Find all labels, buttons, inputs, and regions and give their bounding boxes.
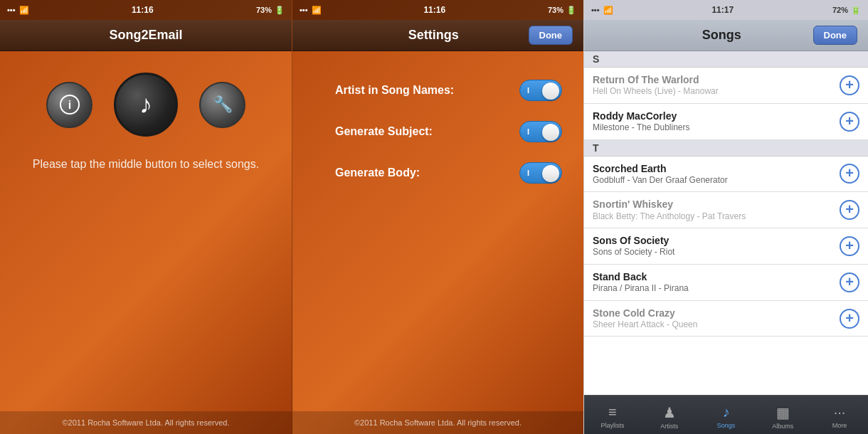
tab-more[interactable]: ··· More [811, 396, 868, 434]
right-wifi-icon: 📶 [603, 6, 613, 15]
left-nav-bar: Song2Email [0, 20, 292, 51]
right-time: 11:17 [711, 5, 734, 15]
tab-artists[interactable]: ♟ Artists [641, 396, 698, 434]
songs-icon: ♪ [722, 404, 729, 420]
song-info: Scorched Earth Godbluff - Van Der Graaf … [593, 162, 840, 186]
add-song-button[interactable] [840, 75, 859, 95]
tab-artists-label: Artists [660, 423, 678, 430]
tab-albums-label: Albums [772, 423, 793, 430]
song-title: Stone Cold Crazy [593, 307, 840, 319]
middle-nav-bar: Settings Done [292, 20, 583, 51]
tab-more-label: More [832, 422, 847, 429]
song-item-snortin-whiskey[interactable]: Snortin' Whiskey Black Betty: The Anthol… [584, 192, 868, 228]
music-button[interactable]: ♪ [114, 73, 178, 137]
song-sub: Sheer Heart Attack - Queen [593, 319, 840, 331]
left-carrier: ••• [7, 6, 16, 14]
tab-playlists[interactable]: ≡ Playlists [584, 396, 641, 434]
right-battery: 72% 🔋 [832, 6, 861, 15]
left-nav-title: Song2Email [109, 28, 182, 43]
middle-footer: ©2011 Rocha Software Ltda. All rights re… [292, 411, 583, 434]
generate-subject-toggle[interactable] [519, 121, 562, 142]
generate-body-row: Generate Body: [335, 162, 562, 184]
add-song-button[interactable] [840, 200, 859, 220]
song-sub: Black Betty: The Anthology - Pat Travers [593, 211, 840, 223]
add-song-button[interactable] [840, 309, 859, 329]
svg-text:♪: ♪ [139, 90, 152, 119]
song-info: Return Of The Warlord Hell On Wheels (Li… [593, 73, 840, 97]
right-panel: ••• 📶 11:17 72% 🔋 Songs Done S Return Of… [583, 0, 868, 434]
middle-time: 11:16 [423, 5, 445, 15]
left-battery-icon: 🔋 [275, 6, 285, 15]
add-song-button[interactable] [840, 272, 859, 292]
middle-panel: ••• 📶 11:16 73% 🔋 Settings Done Artist i… [292, 0, 583, 434]
left-battery-pct: 73% [256, 6, 272, 14]
songs-list: S Return Of The Warlord Hell On Wheels (… [584, 51, 868, 395]
tab-songs[interactable]: ♪ Songs [698, 396, 755, 434]
left-footer: ©2011 Rocha Software Ltda. All rights re… [0, 411, 292, 434]
artist-in-song-names-toggle[interactable] [519, 80, 562, 101]
middle-battery-pct: 73% [548, 6, 563, 14]
left-wifi-icon: 📶 [19, 6, 29, 15]
tab-songs-label: Songs [717, 422, 736, 429]
song-item-scorched-earth[interactable]: Scorched Earth Godbluff - Van Der Graaf … [584, 157, 868, 193]
middle-carrier: ••• [300, 6, 308, 14]
add-song-button[interactable] [840, 236, 859, 256]
section-header-s: S [584, 51, 868, 68]
left-time: 11:16 [132, 5, 154, 15]
song-sub: Godbluff - Van Der Graaf Generator [593, 175, 840, 186]
settings-content: Artist in Song Names: Generate Subject: … [292, 51, 583, 411]
song-title: Snortin' Whiskey [593, 198, 840, 211]
song-item-roddy-maccorley[interactable]: Roddy MacCorley Milestone - The Dubliner… [584, 104, 868, 140]
left-status-bar: ••• 📶 11:16 73% 🔋 [0, 0, 292, 20]
middle-battery: 73% 🔋 [548, 6, 576, 15]
right-battery-icon: 🔋 [851, 6, 861, 15]
icon-row: i ♪ 🔧 [46, 73, 245, 137]
settings-done-button[interactable]: Done [529, 26, 573, 45]
song-title: Return Of The Warlord [593, 73, 840, 86]
info-button[interactable]: i [46, 82, 92, 128]
tab-playlists-label: Playlists [600, 422, 624, 429]
settings-button[interactable]: 🔧 [199, 82, 245, 128]
song-info: Stand Back Pirana / Pirana II - Pirana [593, 270, 840, 295]
add-song-button[interactable] [840, 112, 859, 132]
right-status-left: ••• 📶 [591, 6, 613, 15]
artist-in-song-names-label: Artist in Song Names: [335, 84, 454, 97]
song-item-stand-back[interactable]: Stand Back Pirana / Pirana II - Pirana [584, 265, 868, 301]
add-song-button[interactable] [840, 164, 859, 184]
song-sub: Pirana / Pirana II - Pirana [593, 283, 840, 295]
wrench-icon: 🔧 [212, 94, 233, 115]
song-item-return-of-warlord[interactable]: Return Of The Warlord Hell On Wheels (Li… [584, 68, 868, 104]
svg-text:🔧: 🔧 [213, 95, 233, 114]
song-item-stone-cold-crazy[interactable]: Stone Cold Crazy Sheer Heart Attack - Qu… [584, 301, 868, 337]
instruction-text: Please tap the middle button to select s… [18, 158, 273, 171]
songs-title: Songs [630, 28, 813, 43]
generate-body-label: Generate Body: [335, 166, 420, 179]
left-panel: ••• 📶 11:16 73% 🔋 Song2Email i ♪ [0, 0, 292, 434]
songs-done-button[interactable]: Done [813, 26, 858, 45]
song-item-sons-of-society[interactable]: Sons Of Society Sons of Society - Riot [584, 228, 868, 265]
artists-icon: ♟ [663, 404, 676, 421]
albums-icon: ▦ [776, 404, 790, 421]
right-status-bar: ••• 📶 11:17 72% 🔋 [584, 0, 868, 20]
artist-in-song-names-row: Artist in Song Names: [335, 80, 562, 101]
left-status-left: ••• 📶 [7, 6, 29, 15]
middle-wifi-icon: 📶 [312, 6, 322, 15]
middle-battery-icon: 🔋 [566, 6, 576, 15]
generate-subject-label: Generate Subject: [335, 125, 433, 138]
song-title: Roddy MacCorley [593, 110, 840, 122]
playlists-icon: ≡ [608, 404, 617, 420]
tab-albums[interactable]: ▦ Albums [754, 396, 811, 434]
right-nav-bar: Songs Done [584, 20, 868, 51]
tab-bar: ≡ Playlists ♟ Artists ♪ Songs ▦ Albums ·… [584, 395, 868, 434]
song-title: Stand Back [593, 270, 840, 283]
left-battery: 73% 🔋 [256, 6, 285, 15]
info-icon: i [59, 94, 80, 115]
right-carrier: ••• [591, 6, 600, 14]
generate-body-toggle[interactable] [519, 162, 562, 184]
middle-status-left: ••• 📶 [300, 6, 322, 15]
song-info: Roddy MacCorley Milestone - The Dubliner… [593, 110, 840, 134]
song-info: Sons Of Society Sons of Society - Riot [593, 234, 840, 258]
song-sub: Sons of Society - Riot [593, 247, 840, 258]
svg-text:i: i [68, 99, 70, 111]
song-sub: Milestone - The Dubliners [593, 122, 840, 134]
